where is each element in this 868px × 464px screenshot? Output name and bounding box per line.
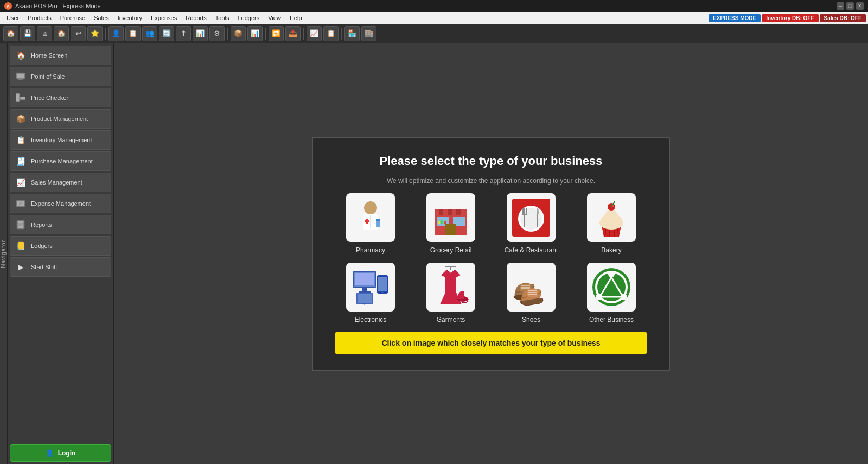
pharmacy-label: Pharmacy <box>356 246 385 254</box>
svg-rect-64 <box>355 273 374 285</box>
toolbar-btn-5[interactable]: ↩ <box>71 26 86 41</box>
business-item-electronics[interactable]: Electronics <box>335 263 406 323</box>
sidebar-label-start-shift: Start Shift <box>31 264 57 270</box>
cta-bar[interactable]: Click on image which closely matches you… <box>335 332 647 354</box>
svg-rect-37 <box>443 209 448 215</box>
menu-expenses[interactable]: Expenses <box>146 14 181 22</box>
svg-rect-7 <box>21 97 25 99</box>
business-grid: Pharmacy SHOP <box>335 193 647 323</box>
menu-reports[interactable]: Reports <box>181 14 211 22</box>
sidebar-item-inventory-management[interactable]: 📋 Inventory Management <box>10 130 111 150</box>
toolbar-btn-21[interactable]: 🏬 <box>361 26 376 41</box>
sidebar-label-pos: Point of Sale <box>31 73 65 80</box>
cafe-label: Cafe & Restaurant <box>505 246 558 254</box>
sidebar-label-sales-mgmt: Sales Management <box>31 179 82 186</box>
ledgers-icon: 📒 <box>15 240 27 252</box>
bakery-label: Bakery <box>601 246 621 254</box>
business-item-cafe[interactable]: Cafe & Restaurant <box>495 193 567 254</box>
garments-image <box>426 263 475 312</box>
toolbar-btn-18[interactable]: 📈 <box>307 26 322 41</box>
business-item-pharmacy[interactable]: Pharmacy <box>335 193 406 254</box>
dialog-title: Please select the type of your business <box>380 154 603 168</box>
sidebar-item-point-of-sale[interactable]: Point of Sale <box>10 67 111 86</box>
toolbar-btn-2[interactable]: 💾 <box>20 26 35 41</box>
toolbar-btn-8[interactable]: 📋 <box>125 26 141 41</box>
toolbar-btn-4[interactable]: 🏠 <box>54 26 69 41</box>
toolbar-btn-11[interactable]: ⬆ <box>176 26 191 41</box>
menu-purchase[interactable]: Purchase <box>56 14 90 22</box>
minimize-button[interactable]: ─ <box>837 2 844 10</box>
business-item-garments[interactable]: Garments <box>415 263 487 323</box>
maximize-button[interactable]: □ <box>846 2 854 10</box>
sidebar-item-start-shift[interactable]: ▶ Start Shift <box>10 257 111 277</box>
business-item-grocery[interactable]: SHOP <box>415 193 487 254</box>
toolbar-btn-6[interactable]: ⭐ <box>87 26 103 41</box>
sidebar-item-product-management[interactable]: 📦 Product Management <box>10 109 111 129</box>
svg-rect-31 <box>445 224 456 235</box>
menu-help[interactable]: Help <box>285 14 307 22</box>
expense-mgmt-icon <box>15 198 27 209</box>
svg-rect-5 <box>16 94 19 101</box>
toolbar-separator-3 <box>265 28 266 40</box>
cta-text: Click on image which closely matches you… <box>381 339 600 347</box>
business-item-bakery[interactable]: Bakery <box>576 193 647 254</box>
svg-rect-39 <box>452 209 456 215</box>
toolbar-btn-15[interactable]: 📊 <box>247 26 263 41</box>
business-item-shoes[interactable]: Shoes <box>495 263 567 323</box>
sidebar-item-reports[interactable]: Reports <box>10 215 111 234</box>
sidebar-label-inventory-mgmt: Inventory Management <box>31 137 92 143</box>
svg-rect-33 <box>441 220 443 224</box>
business-item-other[interactable]: Other Business <box>576 263 647 323</box>
toolbar-btn-17[interactable]: 📤 <box>285 26 301 41</box>
shoes-image <box>507 263 556 312</box>
menu-view[interactable]: View <box>264 14 285 22</box>
svg-rect-21 <box>376 220 380 227</box>
window-controls[interactable]: ─ □ ✕ <box>837 2 864 10</box>
toolbar-btn-16[interactable]: 🔁 <box>269 26 284 41</box>
close-button[interactable]: ✕ <box>856 2 864 10</box>
sidebar-item-sales-management[interactable]: 📈 Sales Management <box>10 173 111 192</box>
menu-products[interactable]: Products <box>23 14 55 22</box>
toolbar-btn-9[interactable]: 👥 <box>142 26 157 41</box>
sidebar-item-expense-management[interactable]: Expense Management <box>10 194 111 213</box>
menu-bar: User Products Purchase Sales Inventory E… <box>0 12 868 24</box>
menu-tools[interactable]: Tools <box>211 14 234 22</box>
toolbar-btn-19[interactable]: 📋 <box>323 26 339 41</box>
sidebar-item-purchase-management[interactable]: 🧾 Purchase Management <box>10 151 111 171</box>
toolbar-btn-10[interactable]: 🔄 <box>159 26 174 41</box>
sidebar-item-price-checker[interactable]: Price Checker <box>10 88 111 107</box>
dialog-subtitle: We will optimize and customize the appli… <box>387 177 595 185</box>
menu-inventory[interactable]: Inventory <box>113 14 146 22</box>
status-badges: EXPRESS MODE Inventory DB: OFF Sales DB:… <box>709 14 866 22</box>
svg-rect-22 <box>376 219 380 221</box>
navigator-tab[interactable]: Navigator <box>0 43 8 464</box>
toolbar-btn-20[interactable]: 🏪 <box>344 26 360 41</box>
svg-point-72 <box>364 303 366 304</box>
sidebar-label-reports: Reports <box>31 221 52 228</box>
bakery-image <box>587 193 636 242</box>
sidebar-label-home-screen: Home Screen <box>31 52 67 59</box>
title-bar: A Asaan POS Pro - Express Mode ─ □ ✕ <box>0 0 868 12</box>
toolbar-separator-1 <box>105 28 106 40</box>
menu-ledgers[interactable]: Ledgers <box>233 14 264 22</box>
login-button[interactable]: 👤 Login <box>10 444 111 462</box>
toolbar-btn-7[interactable]: 👤 <box>108 26 124 41</box>
toolbar-btn-12[interactable]: 📊 <box>193 26 208 41</box>
sidebar-label-ledgers: Ledgers <box>31 243 53 249</box>
toolbar-btn-1[interactable]: 🏠 <box>3 26 18 41</box>
svg-rect-80 <box>527 289 538 297</box>
svg-rect-48 <box>522 214 527 215</box>
shoes-label: Shoes <box>522 316 540 323</box>
svg-rect-1 <box>17 74 24 78</box>
svg-rect-24 <box>365 220 369 222</box>
sidebar-item-ledgers[interactable]: 📒 Ledgers <box>10 236 111 256</box>
toolbar-btn-14[interactable]: 📦 <box>231 26 246 41</box>
menu-sales[interactable]: Sales <box>90 14 113 22</box>
menu-user[interactable]: User <box>2 14 23 22</box>
garments-label: Garments <box>437 316 465 323</box>
inventory-mgmt-icon: 📋 <box>15 134 27 146</box>
toolbar-btn-3[interactable]: 🖥 <box>37 26 52 41</box>
sidebar-label-product-mgmt: Product Management <box>31 116 88 122</box>
sidebar-item-home-screen[interactable]: 🏠 Home Screen <box>10 46 111 65</box>
toolbar-btn-13[interactable]: ⚙ <box>209 26 225 41</box>
